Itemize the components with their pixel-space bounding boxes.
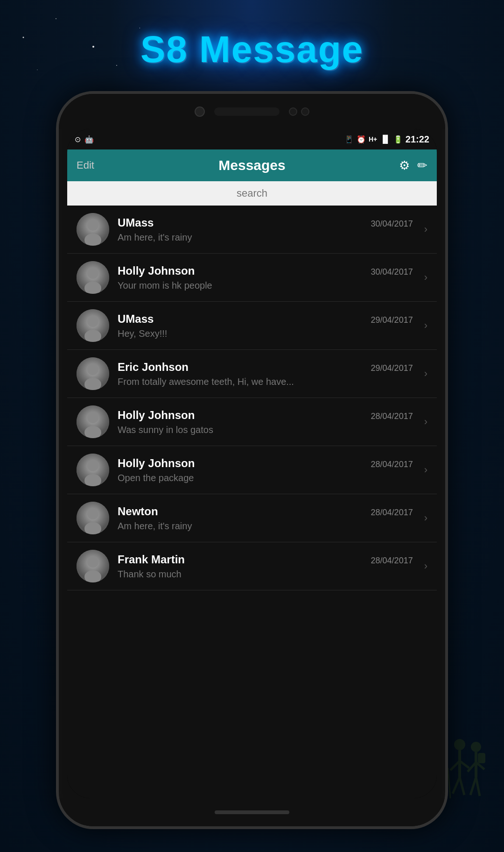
message-header: Frank Martin 28/04/2017 [118,553,413,566]
svg-point-48 [87,508,98,519]
message-content: Eric Jonhson 29/04/2017 From totally awe… [118,361,413,387]
message-header: UMass 30/04/2017 [118,216,413,229]
notification-icon-1: ⊙ [75,135,81,144]
settings-icon[interactable]: ⚙ [399,158,410,173]
contact-name: UMass [118,216,154,229]
message-date: 28/04/2017 [371,460,413,469]
avatar [77,502,109,534]
message-date: 28/04/2017 [371,508,413,518]
chevron-icon: › [424,320,427,332]
message-item[interactable]: Eric Jonhson 29/04/2017 From totally awe… [67,350,437,398]
message-item[interactable]: Holly Johnson 28/04/2017 Open the packag… [67,446,437,494]
signal-type-icon: H+ [369,135,377,143]
message-item[interactable]: UMass 29/04/2017 Hey, Sexy!!! › [67,302,437,350]
notification-icon-2: 🤖 [84,135,94,144]
message-list: UMass 30/04/2017 Am here, it's rainy › [67,206,437,798]
svg-point-42 [87,412,98,423]
chevron-icon: › [424,223,427,235]
svg-point-53 [454,739,465,750]
phone-frame: ⊙ 🤖 📱 ⏰ H+ ▐▌ 🔋 21:22 Edit Messages ⚙ ✏ [56,91,448,829]
svg-rect-66 [478,753,485,763]
sensors-group [289,107,309,116]
svg-line-57 [453,777,460,794]
time-display: 21:22 [406,134,429,145]
avatar [77,405,109,438]
message-item[interactable]: UMass 30/04/2017 Am here, it's rainy › [67,206,437,254]
svg-line-64 [470,777,476,795]
avatar [77,309,109,342]
message-date: 30/04/2017 [371,267,413,277]
svg-point-51 [87,556,98,568]
message-date: 28/04/2017 [371,412,413,421]
message-preview: Your mom is hk people [118,280,413,291]
speaker-grille [214,107,280,116]
svg-line-59 [448,768,450,798]
status-right-info: 📱 ⏰ H+ ▐▌ 🔋 21:22 [344,134,429,145]
svg-point-36 [87,316,98,327]
message-item[interactable]: Frank Martin 28/04/2017 Thank so much › [67,542,437,590]
message-item[interactable]: Holly Johnson 28/04/2017 Was sunny in lo… [67,398,437,446]
message-content: Holly Johnson 28/04/2017 Open the packag… [118,457,413,483]
chevron-icon: › [424,512,427,524]
message-item[interactable]: Holly Johnson 30/04/2017 Your mom is hk … [67,254,437,302]
signal-bars: ▐▌ [380,135,391,143]
svg-point-60 [471,742,481,752]
message-content: UMass 29/04/2017 Hey, Sexy!!! [118,312,413,339]
home-bar[interactable] [215,810,289,814]
chevron-icon: › [424,368,427,380]
svg-line-65 [476,777,480,796]
app-bar: Edit Messages ⚙ ✏ [67,149,437,181]
message-preview: Hey, Sexy!!! [118,328,413,339]
volume-up-button[interactable] [56,271,58,318]
app-bar-title: Messages [109,157,395,173]
contact-name: UMass [118,312,154,326]
app-title: S8 Message [0,28,504,71]
message-header: Holly Johnson 28/04/2017 [118,457,413,470]
message-content: Newton 28/04/2017 Am here, it's rainy [118,505,413,532]
sensor-2 [301,107,309,116]
message-preview: Am here, it's rainy [118,521,413,532]
avatar [77,357,109,390]
message-header: UMass 29/04/2017 [118,312,413,326]
chevron-icon: › [424,416,427,428]
compose-icon[interactable]: ✏ [417,158,427,173]
volume-down-button[interactable] [56,327,58,374]
message-header: Eric Jonhson 29/04/2017 [118,361,413,374]
message-item[interactable]: Newton 28/04/2017 Am here, it's rainy › [67,494,437,542]
message-date: 30/04/2017 [371,219,413,229]
chevron-icon: › [424,271,427,284]
message-preview: Was sunny in los gatos [118,425,413,435]
message-content: Frank Martin 28/04/2017 Thank so much [118,553,413,580]
message-date: 28/04/2017 [371,556,413,566]
search-bar[interactable] [67,181,437,206]
chevron-icon: › [424,560,427,572]
alarm-icon: ⏰ [357,135,366,144]
svg-line-58 [460,777,464,795]
message-content: UMass 30/04/2017 Am here, it's rainy [118,216,413,243]
message-date: 29/04/2017 [371,315,413,325]
contact-name: Newton [118,505,158,518]
avatar [77,454,109,486]
message-header: Holly Johnson 30/04/2017 [118,264,413,277]
message-content: Holly Johnson 30/04/2017 Your mom is hk … [118,264,413,291]
svg-point-45 [87,460,98,471]
chevron-icon: › [424,464,427,476]
contact-name: Holly Johnson [118,457,195,470]
message-preview: From totally awesome teeth, Hi, we have.… [118,376,413,387]
message-preview: Open the package [118,473,413,483]
search-input[interactable] [67,187,437,199]
contact-name: Frank Martin [118,553,185,566]
avatar [77,550,109,582]
message-date: 29/04/2017 [371,363,413,373]
phone-bottom [59,798,445,826]
contact-name: Holly Johnson [118,264,195,277]
avatar [77,261,109,294]
edit-button[interactable]: Edit [77,159,109,171]
svg-point-1 [56,18,56,19]
message-content: Holly Johnson 28/04/2017 Was sunny in lo… [118,409,413,435]
power-button[interactable] [446,257,448,304]
svg-point-33 [87,268,98,279]
svg-point-30 [87,220,98,231]
svg-point-39 [87,364,98,375]
bixby-button[interactable] [56,225,58,257]
